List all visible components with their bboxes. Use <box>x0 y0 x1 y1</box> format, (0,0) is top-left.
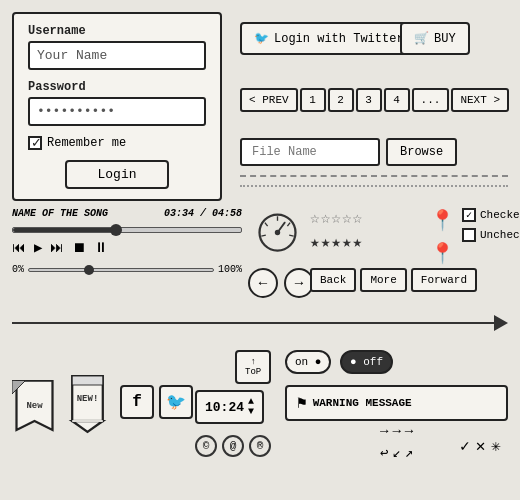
login-form: Username Password Remember me Login <box>12 12 222 201</box>
buy-label: BUY <box>434 32 456 46</box>
twitter-label: Login with Twitter <box>274 32 404 46</box>
username-label: Username <box>28 24 206 38</box>
left-arrow-button[interactable]: ← <box>248 268 278 298</box>
music-player: NAME OF THE SONG 03:34 / 04:58 ⏮ ▶ ⏭ ⏹ ⏸… <box>12 208 242 275</box>
fast-forward-icon[interactable]: ⏭ <box>50 240 64 256</box>
progress-thumb[interactable] <box>110 224 122 236</box>
down-arrow: ↙ <box>392 442 400 464</box>
twitter-login-button[interactable]: 🐦 Login with Twitter <box>240 22 418 55</box>
checked-label: Checked <box>480 209 520 221</box>
stars-section: ☆☆☆☆☆ ★★★★★ <box>310 208 363 256</box>
page-2-button[interactable]: 2 <box>328 88 354 112</box>
right-arrow-2: → <box>392 420 400 442</box>
password-input[interactable] <box>28 97 206 126</box>
arrow-line <box>12 322 494 324</box>
copyright-icon: © <box>195 435 217 457</box>
social-icons: f 🐦 <box>120 385 193 419</box>
toggle-on-label: on ● <box>295 356 321 368</box>
twitter-icon-button[interactable]: 🐦 <box>159 385 193 419</box>
empty-stars[interactable]: ☆☆☆☆☆ <box>310 208 363 228</box>
file-input[interactable] <box>240 138 380 166</box>
warning-message-box: ⚑ WARNING MESSAGE <box>285 385 508 421</box>
volume-slider[interactable] <box>28 268 214 272</box>
totop-label: ToP <box>245 367 261 377</box>
right-arrow-1: → <box>380 420 388 442</box>
toggle-on-button[interactable]: on ● <box>285 350 331 374</box>
svg-rect-15 <box>72 376 103 385</box>
more-button[interactable]: More <box>360 268 406 292</box>
time-widget[interactable]: 10:24 ▲▼ <box>195 390 264 424</box>
pause-icon[interactable]: ⏸ <box>94 240 108 256</box>
to-top-button[interactable]: ↑ ToP <box>235 350 271 384</box>
svg-marker-12 <box>72 421 103 432</box>
rewind-icon[interactable]: ⏮ <box>12 240 26 256</box>
totop-arrow: ↑ <box>245 357 261 367</box>
progress-bar[interactable] <box>12 227 242 233</box>
ribbon-new2-badge: NEW! <box>65 375 110 440</box>
misc-arrows-section: → → → ↩ ↙ ↗ <box>380 420 413 465</box>
checkmark-icon: ✓ <box>460 435 470 461</box>
svg-point-7 <box>275 230 280 235</box>
cart-icon: 🛒 <box>414 31 429 46</box>
volume-min: 0% <box>12 264 24 275</box>
svg-line-5 <box>261 235 266 236</box>
pagination: < PREV 1 2 3 4 ... NEXT > <box>240 88 509 112</box>
song-name: NAME OF THE SONG <box>12 208 108 219</box>
remember-label: Remember me <box>47 136 126 150</box>
warning-icon: ⚑ <box>297 393 307 413</box>
volume-row: 0% 100% <box>12 264 242 275</box>
arrow-head <box>494 315 508 331</box>
song-time: 03:34 / 04:58 <box>164 208 242 219</box>
right-arrow-3: → <box>405 420 413 442</box>
login-button[interactable]: Login <box>65 160 168 189</box>
page-1-button[interactable]: 1 <box>300 88 326 112</box>
up-arrow: ↗ <box>405 442 413 464</box>
page-3-button[interactable]: 3 <box>356 88 382 112</box>
volume-max: 100% <box>218 264 242 275</box>
stop-icon[interactable]: ⏹ <box>72 240 86 256</box>
at-icon: @ <box>222 435 244 457</box>
toggle-off-button[interactable]: ● off <box>340 350 393 374</box>
facebook-icon-button[interactable]: f <box>120 385 154 419</box>
password-label: Password <box>28 80 206 94</box>
browse-button[interactable]: Browse <box>386 138 457 166</box>
svg-text:New: New <box>26 401 43 411</box>
back-button[interactable]: Back <box>310 268 356 292</box>
buy-button[interactable]: 🛒 BUY <box>400 22 470 55</box>
arrow-divider <box>12 315 508 331</box>
page-4-button[interactable]: 4 <box>384 88 410 112</box>
dial-knob[interactable] <box>255 210 300 255</box>
nav-arrow-row: ← → <box>248 268 314 298</box>
svg-line-3 <box>289 235 294 236</box>
forward-button[interactable]: Forward <box>411 268 477 292</box>
check-section: ✓ Checked Unchecked <box>462 208 520 248</box>
check-cross-section: ✓ ✕ ✳ <box>460 435 501 461</box>
facebook-icon: f <box>132 393 142 411</box>
svg-line-4 <box>265 223 268 227</box>
file-row: Browse <box>240 138 457 166</box>
asterisk-icon: ✳ <box>491 435 501 461</box>
filled-stars[interactable]: ★★★★★ <box>310 232 363 252</box>
unchecked-box[interactable] <box>462 228 476 242</box>
prev-button[interactable]: < PREV <box>240 88 298 112</box>
next-button[interactable]: NEXT > <box>451 88 509 112</box>
checked-box[interactable]: ✓ <box>462 208 476 222</box>
remember-checkbox[interactable] <box>28 136 42 150</box>
toggle-off-label: ● off <box>350 356 383 368</box>
twitter-icon: 🐦 <box>254 31 269 46</box>
warning-label: WARNING MESSAGE <box>313 397 412 409</box>
time-display: 10:24 <box>205 400 244 415</box>
ribbon-new-badge: New <box>12 380 57 435</box>
time-stepper-icon: ▲▼ <box>248 397 254 417</box>
divider-line-2 <box>240 185 508 187</box>
volume-thumb[interactable] <box>84 265 94 275</box>
username-input[interactable] <box>28 41 206 70</box>
unchecked-label: Unchecked <box>480 229 520 241</box>
remember-row: Remember me <box>28 136 206 150</box>
pin-icon-bottom: 📍 <box>430 241 455 266</box>
divider-line-1 <box>240 175 508 177</box>
pin-section: 📍 📍 <box>430 208 455 266</box>
play-icon[interactable]: ▶ <box>34 239 42 256</box>
ellipsis-button[interactable]: ... <box>412 88 450 112</box>
curved-arrow: ↩ <box>380 442 388 464</box>
